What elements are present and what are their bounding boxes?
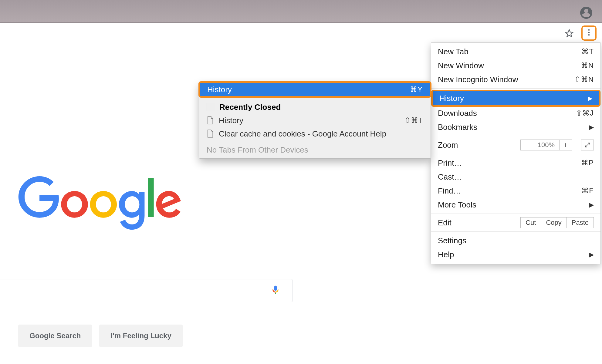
menu-edit: Edit Cut Copy Paste bbox=[431, 216, 600, 230]
menu-item-label: Zoom bbox=[438, 140, 520, 150]
menu-separator bbox=[431, 214, 600, 214]
menu-item-label: New Tab bbox=[438, 47, 581, 56]
annotation-history-item-highlight: History ⌘Y bbox=[198, 81, 431, 98]
window-titlebar bbox=[0, 0, 602, 23]
menu-item-shortcut: ⌘F bbox=[581, 187, 594, 195]
menu-item-label: Help bbox=[438, 250, 589, 259]
menu-new-incognito[interactable]: New Incognito Window ⇧⌘N bbox=[431, 72, 600, 86]
menu-item-shortcut: ⇧⌘T bbox=[404, 116, 423, 125]
menu-item-shortcut: ⇧⌘J bbox=[576, 109, 594, 117]
menu-cast[interactable]: Cast… bbox=[431, 170, 600, 184]
menu-item-label: Downloads bbox=[438, 109, 576, 118]
history-submenu: History ⌘Y Recently Closed History ⇧⌘T C… bbox=[199, 82, 431, 159]
menu-help[interactable]: Help ▶ bbox=[431, 248, 600, 261]
submenu-no-tabs-other-devices: No Tabs From Other Devices bbox=[199, 143, 431, 157]
submenu-arrow-icon: ▶ bbox=[589, 251, 594, 258]
menu-item-label: Print… bbox=[438, 158, 581, 168]
submenu-arrow-icon: ▶ bbox=[588, 95, 592, 102]
submenu-history[interactable]: History ⌘Y bbox=[200, 83, 430, 96]
submenu-arrow-icon: ▶ bbox=[589, 123, 594, 131]
menu-item-shortcut: ⇧⌘N bbox=[574, 75, 594, 84]
menu-item-label: History bbox=[219, 116, 404, 125]
zoom-in-button[interactable]: + bbox=[559, 140, 572, 150]
page-favicon-icon bbox=[207, 116, 213, 125]
search-input[interactable] bbox=[0, 279, 293, 302]
menu-item-label: History bbox=[207, 85, 410, 94]
svg-point-2 bbox=[588, 34, 590, 36]
annotation-kebab-highlight bbox=[581, 25, 597, 41]
fullscreen-button[interactable] bbox=[581, 140, 594, 150]
google-logo bbox=[18, 176, 182, 233]
kebab-menu-icon[interactable] bbox=[585, 28, 593, 38]
zoom-value: 100% bbox=[533, 140, 559, 150]
menu-separator bbox=[199, 99, 431, 99]
google-search-button[interactable]: Google Search bbox=[18, 325, 92, 347]
menu-zoom: Zoom − 100% + bbox=[431, 138, 600, 152]
menu-history[interactable]: History ▶ bbox=[433, 91, 599, 105]
browser-toolbar bbox=[0, 24, 602, 41]
annotation-history-highlight: History ▶ bbox=[431, 90, 600, 107]
edit-copy-button[interactable]: Copy bbox=[541, 217, 566, 228]
menu-separator bbox=[199, 142, 431, 142]
bookmark-star-icon[interactable] bbox=[564, 29, 574, 38]
zoom-out-button[interactable]: − bbox=[520, 140, 533, 150]
menu-item-label: No Tabs From Other Devices bbox=[207, 145, 423, 155]
menu-item-shortcut: ⌘T bbox=[581, 47, 594, 56]
menu-item-shortcut: ⌘N bbox=[581, 61, 594, 70]
menu-separator bbox=[431, 88, 600, 89]
menu-downloads[interactable]: Downloads ⇧⌘J bbox=[431, 106, 600, 120]
blank-favicon-icon bbox=[207, 103, 215, 111]
menu-item-shortcut: ⌘P bbox=[581, 159, 594, 167]
svg-point-1 bbox=[588, 32, 590, 33]
menu-new-window[interactable]: New Window ⌘N bbox=[431, 59, 600, 72]
feeling-lucky-button[interactable]: I'm Feeling Lucky bbox=[99, 325, 182, 347]
menu-separator bbox=[431, 154, 600, 154]
menu-print[interactable]: Print… ⌘P bbox=[431, 156, 600, 170]
menu-item-label: History bbox=[439, 94, 588, 103]
edit-cut-button[interactable]: Cut bbox=[520, 217, 541, 228]
menu-item-label: New Incognito Window bbox=[438, 75, 574, 84]
menu-item-label: New Window bbox=[438, 61, 581, 70]
menu-separator bbox=[431, 231, 600, 232]
submenu-arrow-icon: ▶ bbox=[589, 201, 594, 208]
menu-new-tab[interactable]: New Tab ⌘T bbox=[431, 45, 600, 59]
menu-item-label: Clear cache and cookies - Google Account… bbox=[219, 129, 423, 139]
menu-item-label: Recently Closed bbox=[219, 103, 423, 112]
voice-search-icon[interactable] bbox=[270, 285, 281, 298]
submenu-recently-closed-header: Recently Closed bbox=[199, 100, 431, 114]
svg-point-0 bbox=[588, 29, 590, 31]
menu-item-label: Edit bbox=[438, 218, 521, 228]
menu-more-tools[interactable]: More Tools ▶ bbox=[431, 198, 600, 212]
edit-paste-button[interactable]: Paste bbox=[566, 217, 594, 228]
menu-item-label: Find… bbox=[438, 186, 581, 196]
page-favicon-icon bbox=[207, 130, 213, 138]
menu-settings[interactable]: Settings bbox=[431, 234, 600, 248]
profile-avatar-icon[interactable] bbox=[579, 5, 594, 20]
submenu-recent-item-1[interactable]: Clear cache and cookies - Google Account… bbox=[199, 127, 431, 140]
menu-item-shortcut: ⌘Y bbox=[410, 85, 423, 94]
search-buttons-row: Google Search I'm Feeling Lucky bbox=[18, 325, 183, 347]
menu-item-label: Settings bbox=[438, 236, 594, 245]
submenu-recent-item-0[interactable]: History ⇧⌘T bbox=[199, 114, 431, 127]
menu-item-label: Bookmarks bbox=[438, 123, 589, 132]
menu-find[interactable]: Find… ⌘F bbox=[431, 184, 600, 198]
chrome-main-menu: New Tab ⌘T New Window ⌘N New Incognito W… bbox=[431, 42, 601, 264]
menu-item-label: More Tools bbox=[438, 200, 589, 210]
menu-bookmarks[interactable]: Bookmarks ▶ bbox=[431, 120, 600, 134]
menu-item-label: Cast… bbox=[438, 172, 594, 182]
menu-separator bbox=[431, 136, 600, 136]
